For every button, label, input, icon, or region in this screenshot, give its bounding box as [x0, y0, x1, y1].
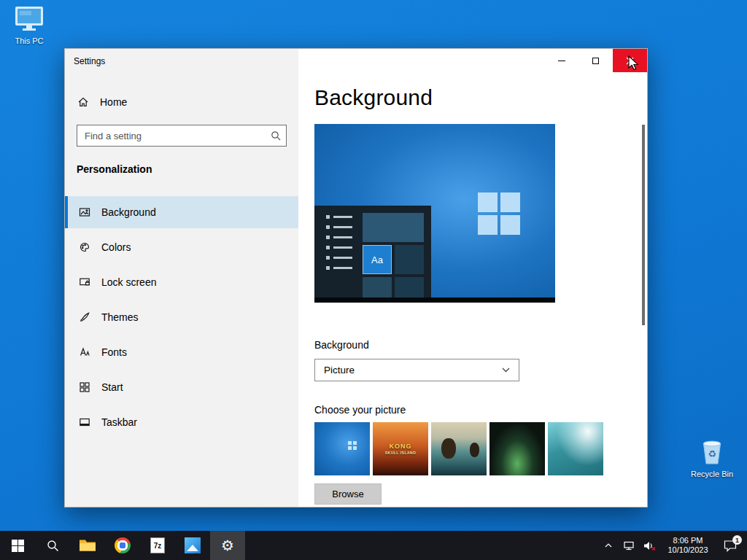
windows-start-icon	[12, 540, 24, 552]
chevron-down-icon	[502, 368, 510, 373]
this-pc-label: This PC	[15, 36, 43, 45]
settings-window: Settings Home Personalization	[64, 48, 648, 508]
kong-title-text: KONG	[390, 443, 412, 450]
sidebar-section-title: Personalization	[77, 163, 152, 175]
desktop: This PC ♻ Recycle Bin Settings Home	[0, 0, 747, 560]
thumbnail-kong-skull-island[interactable]: KONG SKULL ISLAND	[373, 422, 428, 475]
kong-subtitle-text: SKULL ISLAND	[385, 451, 417, 455]
this-pc-icon	[14, 6, 44, 35]
recycle-bin-label: Recycle Bin	[691, 470, 733, 478]
taskbar-clock[interactable]: 8:06 PM 10/10/2023	[661, 536, 715, 555]
close-button[interactable]	[613, 49, 647, 72]
sidebar-item-home[interactable]: Home	[77, 91, 288, 113]
preview-taskbar	[314, 298, 555, 303]
taskbar-search-button[interactable]	[35, 531, 70, 560]
maximize-icon	[592, 58, 599, 64]
sidebar-item-label: Fonts	[101, 346, 127, 358]
window-controls	[544, 49, 647, 72]
background-icon	[78, 206, 91, 218]
start-button[interactable]	[0, 531, 35, 560]
settings-main: Background Aa	[298, 49, 647, 507]
sidebar: Settings Home Personalization	[65, 49, 298, 507]
background-type-label: Background	[314, 339, 369, 351]
home-icon	[77, 96, 90, 108]
minimize-button[interactable]	[544, 49, 578, 72]
thumbnail-windows-default[interactable]	[314, 422, 370, 475]
maximize-button[interactable]	[578, 49, 613, 72]
browse-button[interactable]: Browse	[314, 483, 382, 505]
minimize-icon	[558, 61, 565, 61]
windows-logo-small	[348, 441, 352, 445]
gear-icon: ⚙	[221, 538, 234, 553]
sidebar-item-label: Background	[101, 206, 156, 218]
taskbar-file-explorer-button[interactable]	[70, 531, 105, 560]
sidebar-item-colors[interactable]: Colors	[65, 231, 298, 263]
lock-screen-icon	[78, 276, 91, 288]
chrome-icon	[115, 537, 131, 553]
search-icon[interactable]	[266, 131, 286, 141]
network-tray-button[interactable]	[620, 531, 638, 560]
chevron-up-icon	[605, 543, 612, 548]
preview-start-menu: Aa	[314, 206, 431, 298]
taskbar: 7z ⚙	[0, 531, 747, 560]
taskbar-7zip-button[interactable]: 7z	[140, 531, 175, 560]
sidebar-item-taskbar[interactable]: Taskbar	[65, 406, 298, 438]
notification-badge: 1	[732, 535, 742, 545]
network-icon	[623, 540, 635, 551]
choose-picture-label: Choose your picture	[314, 404, 406, 416]
clock-time: 8:06 PM	[661, 536, 715, 545]
thumbnail-night-aurora[interactable]	[489, 422, 545, 475]
volume-tray-button[interactable]	[640, 531, 658, 560]
7zip-icon: 7z	[150, 537, 165, 553]
sidebar-item-label: Taskbar	[101, 416, 137, 428]
sidebar-nav: Background Colors	[65, 196, 298, 441]
windows-logo	[478, 192, 520, 235]
home-label: Home	[100, 96, 127, 108]
desktop-icon-recycle-bin[interactable]: ♻ Recycle Bin	[689, 436, 735, 478]
taskbar-photos-button[interactable]	[175, 531, 210, 560]
thumbnail-ocean-swimmer[interactable]	[548, 422, 603, 475]
close-icon	[626, 57, 634, 65]
volume-icon	[643, 540, 656, 551]
search-box	[77, 125, 287, 147]
sidebar-item-label: Lock screen	[101, 276, 156, 288]
brush-icon	[78, 311, 91, 323]
sidebar-item-background[interactable]: Background	[65, 196, 298, 228]
taskbar-icon	[78, 416, 91, 428]
preview-tiles: Aa	[363, 213, 424, 298]
show-hidden-icons-button[interactable]	[600, 531, 617, 560]
sidebar-item-start[interactable]: Start	[65, 371, 298, 403]
search-input[interactable]	[77, 131, 266, 141]
taskbar-chrome-button[interactable]	[105, 531, 140, 560]
start-tiles-icon	[78, 381, 91, 393]
thumbnail-beach-rocks[interactable]	[431, 422, 487, 475]
sidebar-item-label: Themes	[101, 311, 139, 323]
search-icon	[47, 540, 59, 552]
sidebar-item-themes[interactable]: Themes	[65, 301, 298, 333]
window-title: Settings	[74, 56, 105, 66]
sidebar-item-label: Colors	[101, 241, 131, 253]
sidebar-item-lock-screen[interactable]: Lock screen	[65, 266, 298, 298]
dropdown-selected-value: Picture	[324, 365, 355, 376]
photos-icon	[185, 537, 201, 553]
recycle-bin-icon: ♻	[700, 436, 724, 468]
palette-icon	[78, 241, 91, 253]
recycle-symbol: ♻	[708, 448, 716, 459]
fonts-icon	[78, 346, 91, 358]
action-center-button[interactable]: 1	[718, 531, 743, 560]
background-type-dropdown[interactable]: Picture	[314, 359, 519, 381]
taskbar-settings-button[interactable]: ⚙	[210, 531, 245, 560]
desktop-icon-this-pc[interactable]: This PC	[6, 6, 53, 45]
sidebar-item-fonts[interactable]: Fonts	[65, 336, 298, 368]
background-preview: Aa	[314, 124, 555, 303]
file-explorer-icon	[79, 538, 96, 553]
sidebar-item-label: Start	[101, 381, 123, 393]
preview-aa-tile: Aa	[363, 245, 392, 274]
picture-thumbnails: KONG SKULL ISLAND	[314, 422, 603, 475]
clock-date: 10/10/2023	[661, 545, 715, 555]
system-tray: 8:06 PM 10/10/2023 1	[600, 531, 747, 560]
selected-accent-bar	[65, 196, 68, 228]
page-title: Background	[314, 85, 433, 110]
preview-menu-lines	[333, 216, 352, 269]
scrollbar[interactable]	[642, 125, 645, 325]
